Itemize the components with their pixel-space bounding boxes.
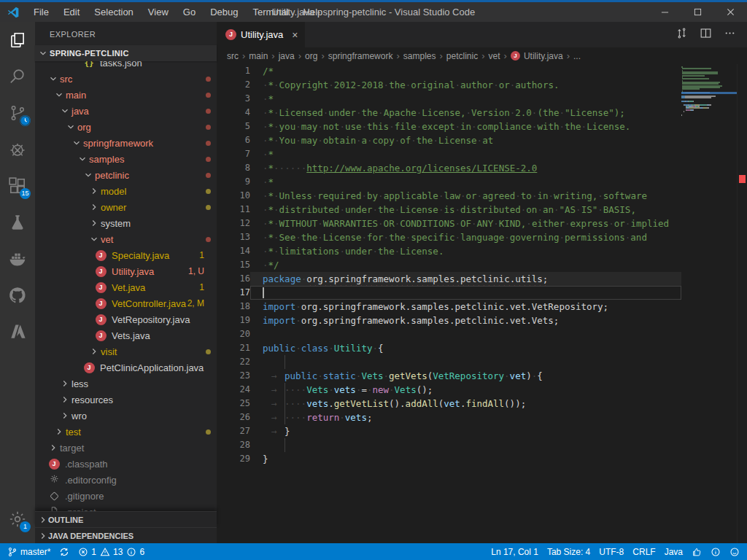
menu-terminal[interactable]: Terminal: [246, 4, 295, 20]
code-line-11[interactable]: 11·*·distributed·under·the·License·is·di…: [217, 203, 681, 217]
tree-item--gitignore[interactable]: .gitignore: [35, 488, 217, 504]
code-line-3[interactable]: 3·*: [217, 92, 681, 106]
tree-item-test[interactable]: test: [35, 424, 217, 440]
code-line-22[interactable]: 22: [217, 355, 681, 369]
azure-icon[interactable]: [0, 314, 35, 350]
breadcrumb-item-main[interactable]: main: [249, 51, 268, 61]
maximize-button[interactable]: [681, 2, 714, 22]
code-line-8[interactable]: 8·*······http://www.apache.org/licenses/…: [217, 161, 681, 175]
tree-item-vet-java[interactable]: JVet.java1: [35, 279, 217, 295]
tree-item-vetcontroller-java[interactable]: JVetController.java2, M: [35, 295, 217, 311]
open-changes-icon[interactable]: [675, 26, 689, 43]
tree-item--project[interactable]: .project: [35, 504, 217, 511]
tree-item-petclinic[interactable]: petclinic: [35, 167, 217, 183]
workspace-section-header[interactable]: SPRING-PETCLINIC: [35, 45, 217, 61]
code-line-5[interactable]: 5·*·you·may·not·use·this·file·except·in·…: [217, 120, 681, 133]
status-ln-17-col-1[interactable]: Ln 17, Col 1: [491, 547, 538, 557]
docker-icon[interactable]: [0, 241, 35, 277]
settings-icon[interactable]: 1: [0, 501, 35, 537]
breadcrumb-item-springframework[interactable]: springframework: [328, 51, 393, 61]
search-icon[interactable]: [0, 58, 35, 95]
code-line-21[interactable]: 21public·class·Utility·{: [217, 341, 681, 355]
breadcrumb-item-org[interactable]: org: [305, 51, 317, 61]
code-line-25[interactable]: 25→····vets.getVetList().addAll(vet.find…: [217, 397, 681, 411]
code-line-29[interactable]: 29}: [217, 452, 681, 466]
tree-item-owner[interactable]: owner: [35, 199, 217, 215]
minimize-button[interactable]: [649, 2, 681, 22]
menu-edit[interactable]: Edit: [57, 4, 86, 20]
tree-item--editorconfig[interactable]: .editorconfig: [35, 472, 217, 488]
tree-item-org[interactable]: org: [35, 119, 217, 135]
minimap[interactable]: [681, 64, 737, 543]
status-smiley[interactable]: [729, 547, 740, 557]
code-line-13[interactable]: 13·*·See·the·License·for·the·specific·la…: [217, 230, 681, 244]
status-problems[interactable]: 1136: [78, 547, 144, 557]
status-crlf[interactable]: CRLF: [632, 547, 655, 557]
status-java[interactable]: Java: [665, 547, 683, 557]
breadcrumb-item-utility-java[interactable]: JUtility.java: [511, 51, 563, 61]
tree-item-vetrepository-java[interactable]: JVetRepository.java: [35, 311, 217, 327]
code-line-19[interactable]: 19import·org.springframework.samples.pet…: [217, 314, 681, 327]
code-line-2[interactable]: 2·*·Copyright·2012-2018·the·original·aut…: [217, 78, 681, 92]
status-warning[interactable]: 13: [100, 547, 123, 557]
code-line-17[interactable]: 17: [217, 286, 681, 300]
close-tab-icon[interactable]: ×: [292, 29, 298, 41]
status-utf-8[interactable]: UTF-8: [599, 547, 624, 557]
code-line-10[interactable]: 10·*·Unless·required·by·applicable·law·o…: [217, 189, 681, 203]
code-line-14[interactable]: 14·*·limitations·under·the·License.: [217, 244, 681, 258]
source-control-icon[interactable]: [0, 95, 35, 131]
close-button[interactable]: [714, 2, 747, 22]
code-line-20[interactable]: 20: [217, 327, 681, 341]
code-line-4[interactable]: 4·*·Licensed·under·the·Apache·License,·V…: [217, 106, 681, 120]
tree-item-main[interactable]: main: [35, 87, 217, 103]
tab-utility-java[interactable]: J Utility.java ×: [217, 22, 305, 47]
tree-item-vet[interactable]: vet: [35, 231, 217, 247]
code-line-15[interactable]: 15·*/: [217, 258, 681, 272]
explorer-icon[interactable]: [0, 22, 35, 58]
breadcrumb-item-petclinic[interactable]: petclinic: [446, 51, 478, 61]
menu-file[interactable]: File: [27, 4, 55, 20]
code-editor[interactable]: 1/*2·*·Copyright·2012-2018·the·original·…: [217, 64, 681, 466]
code-line-1[interactable]: 1/*: [217, 64, 681, 78]
tree-item-java[interactable]: java: [35, 103, 217, 119]
code-line-6[interactable]: 6·*·You·may·obtain·a·copy·of·the·License…: [217, 133, 681, 147]
tree-item-resources[interactable]: resources: [35, 392, 217, 408]
menu-help[interactable]: Help: [297, 4, 330, 20]
code-line-12[interactable]: 12·*·WITHOUT·WARRANTIES·OR·CONDITIONS·OF…: [217, 217, 681, 230]
code-line-26[interactable]: 26→····return·vets;: [217, 411, 681, 424]
tree-item-specialty-java[interactable]: JSpecialty.java1: [35, 247, 217, 263]
code-line-23[interactable]: 23→public·static·Vets·getVets(VetReposit…: [217, 369, 681, 383]
status-tab-size-4[interactable]: Tab Size: 4: [547, 547, 590, 557]
menu-debug[interactable]: Debug: [204, 4, 244, 20]
status-info[interactable]: [711, 547, 721, 557]
breadcrumb-item-java[interactable]: java: [279, 51, 295, 61]
overview-ruler[interactable]: [737, 64, 747, 543]
github-icon[interactable]: [0, 277, 35, 314]
menu-view[interactable]: View: [142, 4, 175, 20]
tree-item-wro[interactable]: wro: [35, 408, 217, 424]
tree-item-system[interactable]: system: [35, 215, 217, 231]
menu-selection[interactable]: Selection: [88, 4, 139, 20]
status-error[interactable]: 1: [78, 547, 96, 557]
code-line-28[interactable]: 28: [217, 438, 681, 452]
test-icon[interactable]: [0, 204, 35, 241]
extensions-icon[interactable]: 15: [0, 168, 35, 204]
tree-item-samples[interactable]: samples: [35, 151, 217, 167]
tree-item-model[interactable]: model: [35, 183, 217, 199]
menu-go[interactable]: Go: [177, 4, 202, 20]
tree-item-src[interactable]: src: [35, 71, 217, 87]
more-actions-icon[interactable]: [723, 26, 737, 43]
tree-item--classpath[interactable]: J.classpath: [35, 456, 217, 472]
status-branch[interactable]: master*: [7, 547, 50, 557]
breadcrumb-item-src[interactable]: src: [227, 51, 239, 61]
status-sync[interactable]: [59, 547, 69, 557]
split-editor-icon[interactable]: [699, 26, 713, 43]
code-line-7[interactable]: 7·*: [217, 147, 681, 161]
code-line-18[interactable]: 18import·org.springframework.samples.pet…: [217, 300, 681, 314]
tree-item-petclinicapplication-java[interactable]: JPetClinicApplication.java: [35, 359, 217, 376]
tree-item-less[interactable]: less: [35, 376, 217, 392]
tree-item-utility-java[interactable]: JUtility.java1, U: [35, 263, 217, 279]
breadcrumb-item-vet[interactable]: vet: [489, 51, 500, 61]
tree-item-visit[interactable]: visit: [35, 343, 217, 359]
status-info[interactable]: 6: [126, 547, 144, 557]
